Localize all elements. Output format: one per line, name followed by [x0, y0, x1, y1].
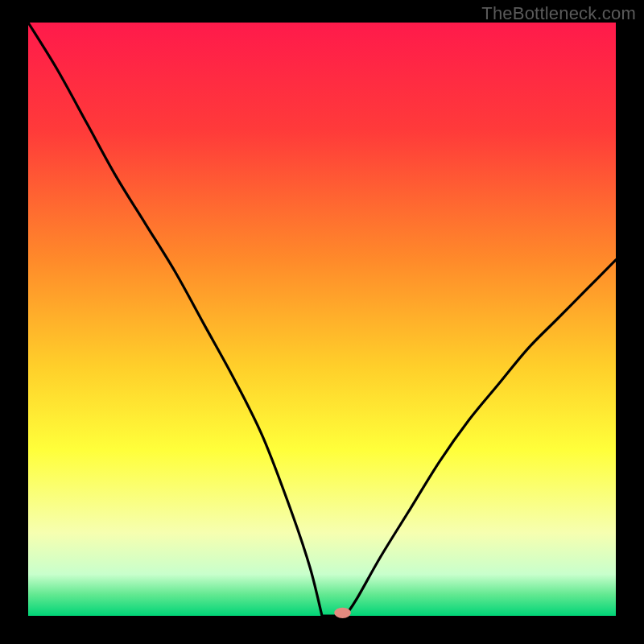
chart-frame: TheBottleneck.com [0, 0, 644, 644]
optimal-marker [334, 608, 350, 618]
plot-background [28, 23, 616, 616]
bottleneck-chart [0, 0, 644, 644]
watermark-label: TheBottleneck.com [481, 3, 636, 24]
